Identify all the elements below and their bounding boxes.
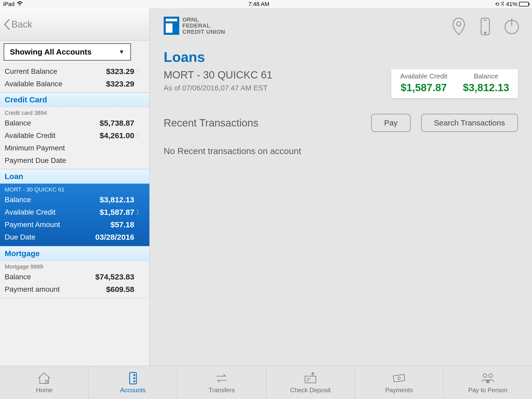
tab-label: Pay to Person <box>468 387 507 394</box>
row-label: Balance <box>5 273 82 281</box>
battery-percent: 41% <box>506 1 517 8</box>
bluetooth-icon <box>501 1 504 8</box>
chevron-right-icon: 〉 <box>134 131 145 140</box>
svg-rect-10 <box>305 376 316 383</box>
balance-value: $3,812.13 <box>463 82 509 94</box>
svg-rect-6 <box>130 373 136 384</box>
account-filter-select[interactable]: Showing All Accounts ▼ <box>4 43 131 61</box>
tab-home[interactable]: Home <box>0 366 89 399</box>
tab-payments[interactable]: Payments <box>355 366 444 399</box>
account-card-mortgage[interactable]: Mortgage 9999 Balance$74,523.83 Payment … <box>0 261 149 298</box>
transfers-icon <box>214 371 229 385</box>
available-credit-value: $1,587.87 <box>400 82 447 94</box>
tab-label: Check Deposit <box>290 387 331 394</box>
row-value: 03/28/2016 <box>82 233 134 242</box>
section-header-credit-card: Credit Card <box>0 92 149 107</box>
brand-line: FEDERAL <box>182 23 225 29</box>
recent-transactions-title: Recent Transactions <box>164 117 361 129</box>
svg-rect-13 <box>393 374 405 382</box>
row-label: Payment Amount <box>5 221 82 229</box>
account-summary-card[interactable]: Current Balance $323.29 〉 Available Bala… <box>0 63 149 92</box>
row-label: Current Balance <box>5 68 82 76</box>
location-icon[interactable] <box>451 17 466 36</box>
row-label: Payment Due Date <box>5 157 82 165</box>
brand-line: CREDIT UNION <box>182 29 225 35</box>
wifi-icon <box>17 1 23 7</box>
row-label: Due Date <box>5 233 82 241</box>
svg-point-8 <box>134 378 135 379</box>
tab-pay-to-person[interactable]: $ Pay to Person <box>444 366 532 399</box>
row-label: Available Balance <box>5 80 82 88</box>
account-name: MORT - 30 QUICKC 61 <box>164 69 391 81</box>
available-credit-label: Available Credit <box>400 72 447 82</box>
back-button[interactable]: Back <box>4 19 32 30</box>
tab-label: Transfers <box>209 387 235 394</box>
svg-text:$: $ <box>487 380 489 383</box>
tab-check-deposit[interactable]: Check Deposit <box>266 366 355 399</box>
tab-label: Accounts <box>120 387 146 394</box>
tab-label: Home <box>36 387 52 394</box>
filter-label: Showing All Accounts <box>10 48 91 56</box>
svg-point-0 <box>457 22 461 26</box>
row-value: $609.58 <box>82 285 134 294</box>
row-label: Available Credit <box>5 208 82 216</box>
empty-transactions-message: No Recent transactions on account <box>150 132 532 170</box>
brand-line: ORNL <box>182 17 225 23</box>
account-name: MORT - 30 QUICKC 61 <box>0 184 149 194</box>
account-card-credit[interactable]: Credit card 3894 Balance$5,738.87 Availa… <box>0 107 149 169</box>
brand-logo: ORNL FEDERAL CREDIT UNION <box>164 14 225 35</box>
pay-button[interactable]: Pay <box>371 114 411 132</box>
balance-card: Available Credit $1,587.87 Balance $3,81… <box>391 69 518 98</box>
row-label: Minimum Payment <box>5 144 82 152</box>
accounts-icon <box>125 371 141 385</box>
row-label: Balance <box>5 119 82 127</box>
row-value: $323.29 <box>82 67 134 76</box>
chevron-right-icon: 〉 <box>134 67 145 76</box>
svg-point-3 <box>484 32 486 34</box>
logo-icon <box>164 17 179 35</box>
row-label: Balance <box>5 196 82 204</box>
row-value: $1,587.87 <box>82 208 134 217</box>
row-value: $5,738.87 <box>82 119 134 128</box>
caret-down-icon: ▼ <box>118 48 125 56</box>
mobile-icon[interactable] <box>478 17 493 36</box>
tab-transfers[interactable]: Transfers <box>177 366 266 399</box>
status-bar: iPad 7:48 AM ⟲ 41% <box>0 0 532 8</box>
row-value: $4,261.00 <box>82 131 134 140</box>
tab-label: Payments <box>385 387 413 394</box>
status-time: 7:48 AM <box>23 1 495 8</box>
account-name: Mortgage 9999 <box>0 261 149 271</box>
bottom-tab-bar: Home Accounts Transfers Check Deposit Pa… <box>0 366 532 399</box>
svg-point-14 <box>398 377 400 380</box>
check-deposit-icon <box>303 371 318 385</box>
row-value: $74,523.83 <box>82 272 134 281</box>
back-label: Back <box>11 19 32 30</box>
row-value: $323.29 <box>82 79 134 88</box>
search-transactions-button[interactable]: Search Transactions <box>421 114 518 132</box>
orientation-lock-icon: ⟲ <box>495 1 499 7</box>
svg-point-7 <box>134 375 135 376</box>
page-title: Loans <box>164 49 518 65</box>
svg-point-16 <box>489 374 493 377</box>
as-of-text: As of 07/06/2016,07:47 AM EST <box>164 81 391 92</box>
device-label: iPad <box>3 1 15 8</box>
section-header-loan: Loan <box>0 169 149 184</box>
svg-point-9 <box>134 381 135 382</box>
balance-label: Balance <box>463 72 509 82</box>
home-icon <box>37 371 52 385</box>
row-label: Payment amount <box>5 285 82 294</box>
account-card-loan[interactable]: MORT - 30 QUICKC 61 Balance$3,812.13 Ava… <box>0 184 149 246</box>
section-header-mortgage: Mortgage <box>0 246 149 261</box>
row-label: Available Credit <box>5 132 82 140</box>
tab-accounts[interactable]: Accounts <box>89 366 178 399</box>
main-panel: ORNL FEDERAL CREDIT UNION Loans <box>150 8 532 366</box>
pay-to-person-icon: $ <box>480 371 495 385</box>
row-value: $57.18 <box>82 220 134 229</box>
payments-icon <box>391 371 407 385</box>
chevron-right-icon: 〉 <box>134 208 145 217</box>
battery-icon <box>519 2 529 6</box>
account-name: Credit card 3894 <box>0 107 149 117</box>
power-icon[interactable] <box>504 17 519 36</box>
accounts-sidebar: Back Showing All Accounts ▼ Current Bala… <box>0 8 150 366</box>
row-value: $3,812.13 <box>82 195 134 204</box>
